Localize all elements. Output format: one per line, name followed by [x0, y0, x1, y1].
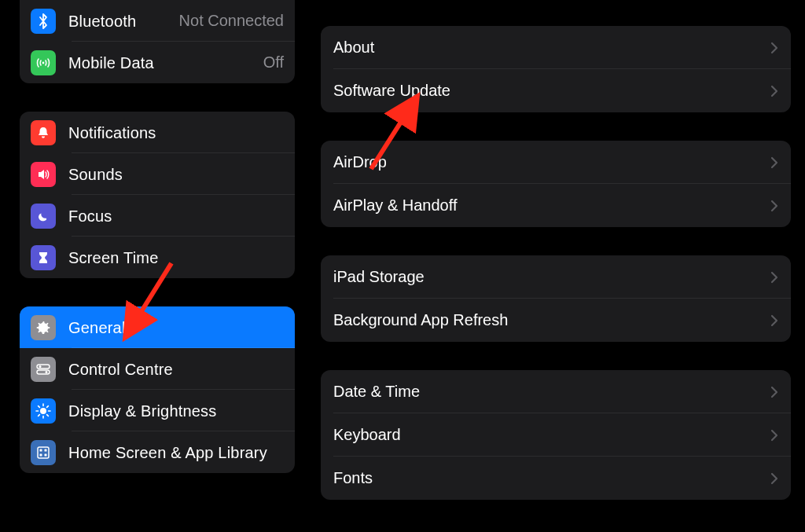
main-group-about: About Software Update — [321, 26, 791, 112]
sidebar-item-control-centre[interactable]: Control Centre — [20, 348, 295, 390]
sidebar-item-label: Display & Brightness — [68, 402, 284, 420]
main-item-label: AirPlay & Handoff — [333, 196, 764, 215]
main-item-keyboard[interactable]: Keyboard — [321, 413, 791, 457]
moon-icon — [31, 204, 56, 229]
chevron-right-icon — [770, 314, 778, 327]
main-item-airplay-handoff[interactable]: AirPlay & Handoff — [321, 184, 791, 227]
svg-line-13 — [47, 405, 49, 407]
svg-rect-17 — [40, 453, 42, 456]
sidebar-item-label: Control Centre — [68, 360, 284, 379]
antenna-icon — [31, 50, 56, 75]
svg-line-12 — [39, 414, 40, 416]
main-item-label: Background App Refresh — [333, 311, 764, 329]
hourglass-icon — [31, 245, 56, 270]
main-group-storage: iPad Storage Background App Refresh — [321, 255, 791, 342]
svg-point-5 — [40, 408, 46, 414]
main-item-ipad-storage[interactable]: iPad Storage — [321, 255, 791, 299]
svg-line-10 — [39, 405, 40, 407]
sidebar-item-label: Home Screen & App Library — [68, 443, 284, 462]
main-item-label: Software Update — [333, 82, 764, 100]
chevron-right-icon — [770, 42, 778, 54]
sidebar-group-connectivity: Bluetooth Not Connected Mobile Data Off — [20, 0, 295, 83]
chevron-right-icon — [770, 271, 778, 284]
sidebar-item-label: Screen Time — [68, 248, 284, 267]
bell-icon — [31, 120, 56, 145]
gear-icon — [31, 315, 56, 340]
sidebar-item-sounds[interactable]: Sounds — [20, 153, 295, 195]
main-item-label: About — [333, 39, 764, 57]
svg-rect-14 — [38, 447, 49, 458]
sidebar-item-notifications[interactable]: Notifications — [20, 112, 295, 153]
grid-icon — [31, 440, 56, 465]
svg-line-11 — [47, 414, 49, 416]
main-item-airdrop[interactable]: AirDrop — [321, 141, 791, 184]
sidebar-item-label: Notifications — [68, 123, 284, 142]
svg-rect-3 — [37, 370, 50, 374]
chevron-right-icon — [770, 85, 778, 97]
main-group-datetime: Date & Time Keyboard Fonts — [321, 370, 791, 500]
main-item-background-app-refresh[interactable]: Background App Refresh — [321, 299, 791, 342]
svg-point-2 — [39, 365, 42, 368]
main-item-date-time[interactable]: Date & Time — [321, 370, 791, 413]
sidebar-item-mobile-data[interactable]: Mobile Data Off — [20, 42, 295, 83]
sidebar-item-bluetooth[interactable]: Bluetooth Not Connected — [20, 0, 295, 42]
sidebar-item-status: Off — [263, 53, 284, 72]
main-item-about[interactable]: About — [321, 26, 791, 69]
settings-sidebar: Bluetooth Not Connected Mobile Data Off … — [0, 0, 307, 532]
chevron-right-icon — [770, 200, 778, 212]
svg-point-0 — [42, 61, 45, 64]
main-item-label: Keyboard — [333, 426, 764, 444]
sidebar-item-focus[interactable]: Focus — [20, 195, 295, 237]
sidebar-item-status: Not Connected — [179, 12, 284, 30]
main-item-label: Fonts — [333, 469, 764, 487]
main-item-label: AirDrop — [333, 153, 764, 171]
svg-point-4 — [46, 371, 48, 373]
bluetooth-icon — [31, 9, 56, 34]
sidebar-item-label: Sounds — [68, 165, 284, 184]
sidebar-item-label: Mobile Data — [68, 53, 257, 72]
brightness-icon — [31, 398, 56, 424]
main-item-software-update[interactable]: Software Update — [321, 69, 791, 112]
sidebar-item-screen-time[interactable]: Screen Time — [20, 237, 295, 278]
general-settings-panel: About Software Update AirDrop AirPlay & … — [307, 0, 805, 532]
svg-rect-16 — [45, 449, 47, 451]
sidebar-group-general: General Control Centre Display & Brightn… — [20, 306, 295, 473]
chevron-right-icon — [770, 472, 778, 485]
main-item-label: Date & Time — [333, 383, 764, 401]
svg-rect-15 — [40, 449, 42, 451]
sidebar-group-notifications: Notifications Sounds Focus Screen Time — [20, 112, 295, 278]
sidebar-item-label: Focus — [68, 207, 284, 226]
svg-rect-1 — [37, 365, 50, 369]
chevron-right-icon — [770, 156, 778, 169]
sidebar-item-label: General — [68, 318, 284, 337]
sidebar-item-general[interactable]: General — [20, 306, 295, 348]
sidebar-item-home-screen[interactable]: Home Screen & App Library — [20, 431, 295, 473]
switches-icon — [31, 357, 56, 382]
sidebar-item-display-brightness[interactable]: Display & Brightness — [20, 390, 295, 431]
main-item-fonts[interactable]: Fonts — [321, 457, 791, 500]
chevron-right-icon — [770, 386, 778, 398]
svg-rect-18 — [45, 453, 47, 456]
chevron-right-icon — [770, 429, 778, 442]
sidebar-item-label: Bluetooth — [68, 12, 173, 31]
speaker-icon — [31, 162, 56, 187]
main-item-label: iPad Storage — [333, 268, 764, 286]
main-group-airdrop: AirDrop AirPlay & Handoff — [321, 141, 791, 227]
